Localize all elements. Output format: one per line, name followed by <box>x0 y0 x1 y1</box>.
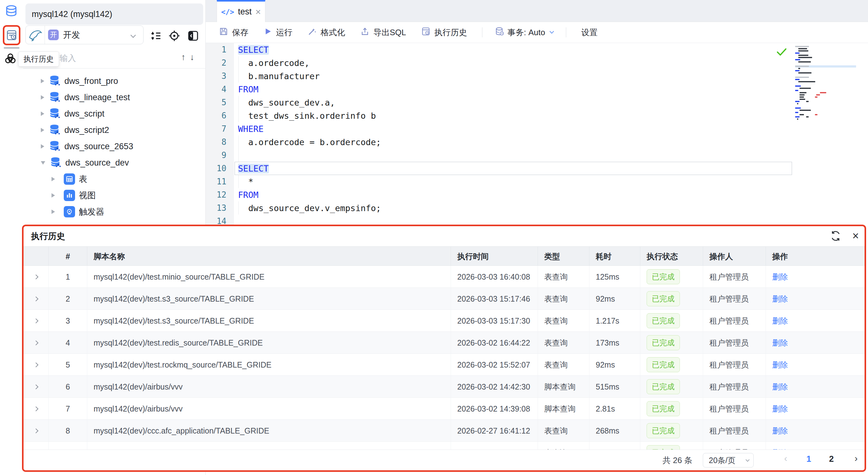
delete-link[interactable]: 删除 <box>772 360 788 370</box>
code-line-8[interactable]: 8 a.ordercode = b.ordercode; <box>206 136 868 149</box>
export-button[interactable]: 导出SQL <box>360 27 406 38</box>
transaction-mode-select[interactable]: 事务: Auto <box>495 27 553 38</box>
tree-item-视图[interactable]: 视图 <box>23 187 206 204</box>
settings-button[interactable]: 设置 <box>581 27 598 38</box>
row-actions[interactable]: 删除 <box>766 442 865 450</box>
connection-title[interactable]: mysql142 (mysql142) <box>25 3 203 25</box>
code-line-4[interactable]: 4FROM <box>206 83 868 96</box>
locate-target-icon[interactable] <box>168 29 181 42</box>
delete-link[interactable]: 删除 <box>772 426 788 436</box>
refresh-icon[interactable] <box>830 230 842 242</box>
row-expand-icon[interactable] <box>34 340 39 345</box>
page-size-select[interactable]: 20条/页 <box>703 453 754 468</box>
code-line-12[interactable]: 12FROM <box>206 188 868 201</box>
close-icon[interactable]: × <box>852 230 859 242</box>
tree-item-dws_script2[interactable]: dws_script2 <box>23 122 206 138</box>
tree-item-dws_lineage_test[interactable]: dws_lineage_test <box>23 89 206 106</box>
row-expand-icon[interactable] <box>34 406 39 411</box>
environment-select[interactable]: 开 开发 <box>25 25 144 44</box>
sql-editor[interactable]: 1SELECT2 a.ordercode,3 b.manufacturer4FR… <box>206 43 868 225</box>
delete-link[interactable]: 删除 <box>772 272 788 282</box>
tree-expand-icon[interactable] <box>52 177 55 181</box>
tree-expand-icon[interactable] <box>41 128 44 132</box>
code-line-11[interactable]: 11 * <box>206 175 868 188</box>
row-expand-icon[interactable] <box>34 274 39 279</box>
row-actions[interactable]: 删除 <box>766 332 865 354</box>
code-line-3[interactable]: 3 b.manufacturer <box>206 69 868 83</box>
tree-expand-icon[interactable] <box>41 95 44 99</box>
row-expand-cell[interactable] <box>24 310 49 332</box>
delete-link[interactable]: 删除 <box>772 316 788 326</box>
next-page-button[interactable]: › <box>855 453 858 464</box>
format-button[interactable]: 格式化 <box>307 27 345 38</box>
row-actions[interactable]: 删除 <box>766 420 865 442</box>
row-expand-icon[interactable] <box>34 384 39 389</box>
history-button[interactable]: 执行历史 <box>421 27 467 38</box>
sort-list-icon[interactable] <box>149 29 162 42</box>
tree-expand-icon[interactable] <box>52 193 55 198</box>
exec-status: 已完成 <box>640 398 703 420</box>
execution-history-nav-highlight <box>3 25 21 45</box>
collapse-panel-icon[interactable] <box>187 29 200 42</box>
page-button-1[interactable]: 1 <box>806 454 811 464</box>
run-button[interactable]: 运行 <box>264 27 292 38</box>
tab-test[interactable]: </> test × <box>217 0 266 22</box>
tree-item-dws_source_dev[interactable]: dws_source_dev <box>23 154 206 171</box>
database-icon[interactable] <box>4 4 18 18</box>
code-line-1[interactable]: 1SELECT <box>206 43 868 56</box>
duration: 1.217s <box>589 310 640 332</box>
row-expand-cell[interactable] <box>24 376 49 398</box>
row-expand-cell[interactable] <box>24 332 49 354</box>
row-expand-cell[interactable] <box>24 442 49 450</box>
tree-item-dws_front_pro[interactable]: dws_front_pro <box>23 73 206 89</box>
page-button-2[interactable]: 2 <box>829 454 834 464</box>
code-line-2[interactable]: 2 a.ordercode, <box>206 56 868 69</box>
editor-minimap[interactable] <box>795 46 856 120</box>
delete-link[interactable]: 删除 <box>772 294 788 304</box>
code-line-5[interactable]: 5 dws_source_dev.a, <box>206 96 868 109</box>
database-icon <box>49 75 61 88</box>
save-button[interactable]: 保存 <box>219 27 248 38</box>
tree-item-dws_script[interactable]: dws_script <box>23 106 206 122</box>
row-actions[interactable]: 删除 <box>766 398 865 420</box>
code-line-9[interactable]: 9 <box>206 149 868 162</box>
line-number: 12 <box>206 190 234 200</box>
tab-close-icon[interactable]: × <box>255 7 261 17</box>
row-actions[interactable]: 删除 <box>766 288 865 310</box>
row-expand-cell[interactable] <box>24 288 49 310</box>
row-expand-icon[interactable] <box>34 428 39 433</box>
row-actions[interactable]: 删除 <box>766 354 865 376</box>
tree-item-dws_source_2653[interactable]: dws_source_2653 <box>23 138 206 154</box>
row-actions[interactable]: 删除 <box>766 266 865 288</box>
tree-expand-icon[interactable] <box>52 210 55 214</box>
code-line-10[interactable]: 10SELECT <box>206 162 868 175</box>
row-actions[interactable]: 删除 <box>766 376 865 398</box>
tree-expand-icon[interactable] <box>41 112 44 116</box>
code-line-6[interactable]: 6 test_dws_sink.orderinfo b <box>206 109 868 122</box>
row-expand-cell[interactable] <box>24 266 49 288</box>
delete-link[interactable]: 删除 <box>772 382 788 392</box>
tree-item-表[interactable]: 表 <box>23 171 206 187</box>
row-expand-icon[interactable] <box>34 362 39 367</box>
delete-link[interactable]: 删除 <box>772 338 788 348</box>
row-expand-cell[interactable] <box>24 354 49 376</box>
code-line-13[interactable]: 13 dws_source_dev.v_empsinfo; <box>206 201 868 214</box>
row-expand-cell[interactable] <box>24 398 49 420</box>
execution-history-icon[interactable] <box>6 29 18 41</box>
row-number: 5 <box>49 354 87 376</box>
row-expand-icon[interactable] <box>34 296 39 301</box>
tree-expand-icon[interactable] <box>41 79 44 83</box>
tree-item-触发器[interactable]: 触发器 <box>23 204 206 220</box>
row-number: 4 <box>49 332 87 354</box>
search-prev-next-arrows[interactable]: ↑↓ <box>181 52 199 62</box>
row-actions[interactable]: 删除 <box>766 310 865 332</box>
tree-expand-icon[interactable] <box>41 144 44 149</box>
delete-link[interactable]: 删除 <box>772 404 788 414</box>
row-expand-cell[interactable] <box>24 420 49 442</box>
code-line-7[interactable]: 7WHERE <box>206 122 868 136</box>
tree-collapse-icon[interactable] <box>41 161 45 165</box>
code-line-14[interactable]: 14 <box>206 214 868 225</box>
row-expand-icon[interactable] <box>34 318 39 323</box>
table-row: 8mysql142(dev)/ccc.afc_application/TABLE… <box>24 420 865 442</box>
prev-page-button[interactable]: ‹ <box>784 453 787 464</box>
